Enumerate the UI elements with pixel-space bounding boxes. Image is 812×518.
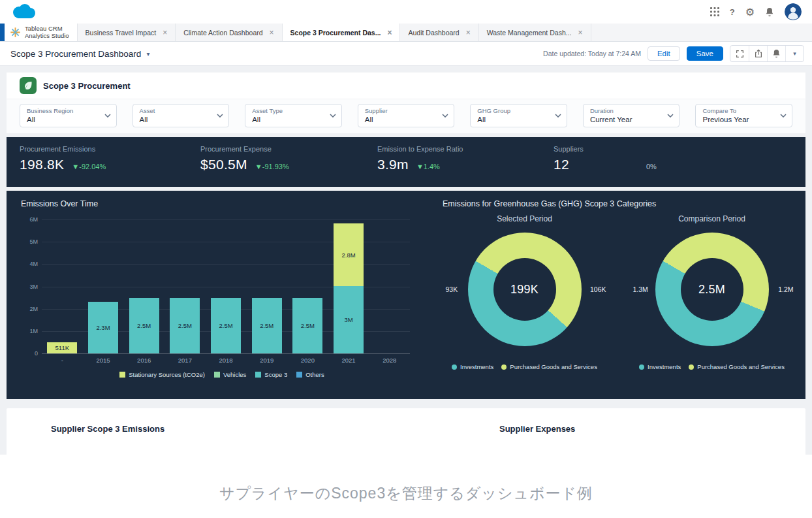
share-icon[interactable] — [749, 46, 767, 61]
title-caret-icon[interactable]: ▾ — [146, 50, 149, 57]
bar-segment[interactable]: 2.5M — [170, 298, 200, 353]
tab-close-icon[interactable]: × — [578, 28, 582, 37]
bar-segment[interactable]: 2.5M — [129, 298, 159, 353]
y-axis-tick: 1M — [29, 328, 38, 334]
filter-dropdown[interactable]: SupplierAll — [358, 104, 455, 127]
subscribe-bell-icon[interactable] — [767, 46, 785, 61]
save-button[interactable]: Save — [687, 46, 723, 61]
x-axis-label: 2020 — [287, 357, 328, 364]
legend-item[interactable]: Stationary Sources (tCO2e) — [119, 371, 205, 378]
global-header: ? ⚙ — [0, 0, 812, 24]
dashboard-top: Scope 3 Procurement Business RegionAllAs… — [7, 73, 805, 133]
ghg-categories-chart: Emissions for Greenhouse Gas (GHG) Scope… — [431, 191, 805, 399]
bar-segment[interactable]: 3M — [334, 286, 364, 353]
filter-dropdown[interactable]: DurationCurrent Year — [583, 104, 680, 127]
filter-value: All — [27, 116, 101, 123]
bar-segment[interactable]: 511K — [47, 342, 77, 353]
bar-stack: 511K — [47, 342, 77, 353]
legend-item[interactable]: Vehicles — [214, 371, 246, 378]
bar-column: 511K — [42, 342, 83, 353]
legend-item[interactable]: Purchased Goods and Services — [501, 363, 597, 370]
legend-item[interactable]: Investments — [639, 363, 681, 370]
gridline — [42, 353, 410, 354]
y-axis-tick: 5M — [29, 238, 38, 245]
x-axis-label: 2019 — [246, 357, 287, 364]
edit-button[interactable]: Edit — [648, 46, 680, 61]
kpi-value-row: 198.8K▼-92.04% — [20, 157, 106, 172]
kpi-label: Suppliers — [554, 145, 657, 153]
salesforce-cloud-logo[interactable] — [10, 3, 37, 21]
bar-segment[interactable]: 2.5M — [292, 298, 322, 353]
bar-segment[interactable]: 2.5M — [252, 298, 282, 353]
workspace-tab[interactable]: Climate Action Dashboard× — [176, 24, 282, 41]
donut-hole: 2.5M — [681, 258, 743, 321]
kpi-value-row: $50.5M▼-91.93% — [200, 157, 289, 172]
kpi-card: Suppliers120% — [554, 145, 657, 172]
filter-dropdown[interactable]: GHG GroupAll — [470, 104, 567, 127]
x-axis-label: - — [42, 357, 83, 364]
app-title-line2: Analytics Studio — [25, 33, 69, 40]
legend-swatch-icon — [255, 372, 261, 378]
workspace-tab[interactable]: Scope 3 Procurement Das...× — [283, 24, 401, 41]
filter-dropdown[interactable]: AssetAll — [133, 104, 230, 127]
filter-dropdown[interactable]: Business RegionAll — [20, 104, 117, 127]
bar-stack: 2.5M — [252, 298, 282, 353]
user-avatar[interactable] — [785, 3, 802, 20]
legend-label: Others — [305, 371, 324, 378]
bar-segment[interactable]: 2.3M — [88, 302, 118, 353]
workspace-tab[interactable]: Audit Dashboard× — [400, 24, 478, 41]
toolbar-icon-group: ▾ — [730, 45, 804, 62]
kpi-delta: ▼-92.04% — [72, 163, 106, 170]
analytics-studio-home-tab[interactable]: Tableau CRM Analytics Studio — [5, 24, 78, 41]
chevron-down-icon — [330, 114, 336, 118]
donut-right-label: 1.2M — [778, 285, 793, 293]
legend-dot-icon — [452, 364, 457, 370]
legend-item[interactable]: Purchased Goods and Services — [689, 363, 785, 370]
filter-dropdown[interactable]: Compare ToPrevious Year — [695, 104, 792, 127]
workspace-tab[interactable]: Business Travel Impact× — [78, 24, 176, 41]
kpi-value-row: 120% — [554, 157, 657, 172]
more-actions-caret-icon[interactable]: ▾ — [785, 46, 804, 61]
donut-left-label: 93K — [446, 285, 458, 293]
legend-label: Purchased Goods and Services — [510, 363, 597, 370]
x-axis-label: 2021 — [328, 357, 369, 364]
legend-item[interactable]: Scope 3 — [255, 371, 287, 378]
tab-label: Waste Management Dash... — [487, 29, 572, 37]
bottom-panels: Supplier Scope 3 EmissionsSupplier Expen… — [7, 408, 805, 461]
workspace-tab[interactable]: Waste Management Dash...× — [479, 24, 591, 41]
donut-chart: Selected Period199K93K106KInvestmentsPur… — [431, 210, 618, 399]
emissions-over-time-chart: Emissions Over Time 6M5M4M3M2M1M0 511K2.… — [7, 191, 431, 399]
bar-columns: 511K2.3M2.5M2.5M2.5M2.5M2.5M2.8M3M — [42, 219, 410, 353]
settings-gear-icon[interactable]: ⚙ — [745, 6, 755, 18]
legend-swatch-icon — [119, 372, 125, 378]
kpi-value: 198.8K — [20, 157, 64, 172]
tab-close-icon[interactable]: × — [270, 28, 274, 37]
workspace-tabs: Business Travel Impact×Climate Action Da… — [78, 24, 591, 41]
fullscreen-icon[interactable] — [730, 46, 749, 61]
bar-segment[interactable]: 2.5M — [211, 298, 241, 353]
bar-segment[interactable]: 2.8M — [334, 223, 364, 286]
tab-close-icon[interactable]: × — [163, 28, 167, 37]
filter-value: Previous Year — [702, 116, 776, 123]
bar-stack: 2.5M — [170, 298, 200, 353]
x-axis-label: 2016 — [123, 357, 164, 364]
tab-close-icon[interactable]: × — [387, 28, 392, 37]
donut-wrap: 2.5M1.3M1.2M — [655, 233, 769, 346]
help-icon[interactable]: ? — [730, 7, 735, 17]
legend-item[interactable]: Investments — [452, 363, 493, 370]
analytics-studio-logo-icon — [10, 27, 21, 38]
chevron-down-icon — [555, 114, 561, 118]
notifications-bell-icon[interactable] — [765, 7, 774, 17]
app-launcher-icon[interactable] — [710, 7, 719, 16]
caption-text: サプライヤーのScope3を管理するダッシュボード例 — [0, 483, 812, 504]
bar-stack: 2.3M — [88, 302, 118, 353]
kpi-value: 3.9m — [377, 157, 409, 172]
y-axis: 6M5M4M3M2M1M0 — [13, 219, 38, 353]
filter-dropdown[interactable]: Asset TypeAll — [245, 104, 342, 127]
bar-column: 2.5M — [246, 298, 287, 353]
donut-wrap: 199K93K106K — [468, 233, 582, 346]
tab-close-icon[interactable]: × — [466, 28, 471, 37]
bar-stack: 2.5M — [292, 298, 322, 353]
legend-item[interactable]: Others — [296, 371, 324, 378]
legend-label: Investments — [460, 363, 493, 370]
